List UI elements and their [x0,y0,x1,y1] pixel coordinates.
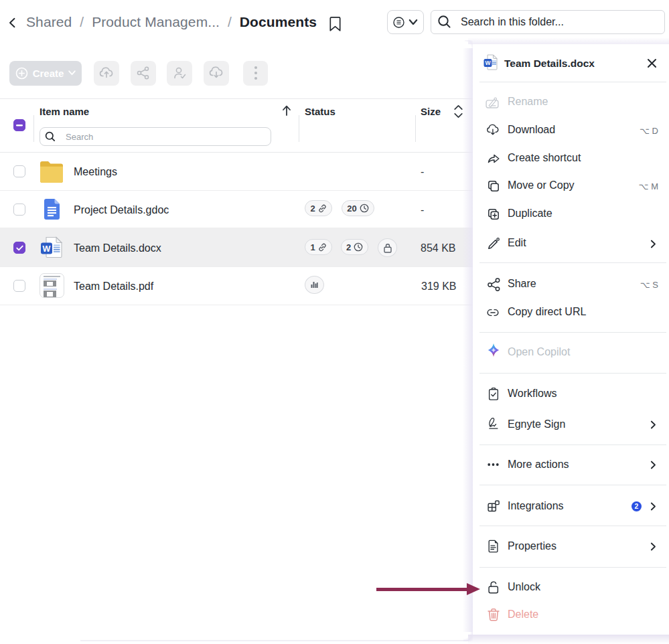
svg-text:W: W [485,60,491,66]
svg-text:W: W [43,244,51,254]
